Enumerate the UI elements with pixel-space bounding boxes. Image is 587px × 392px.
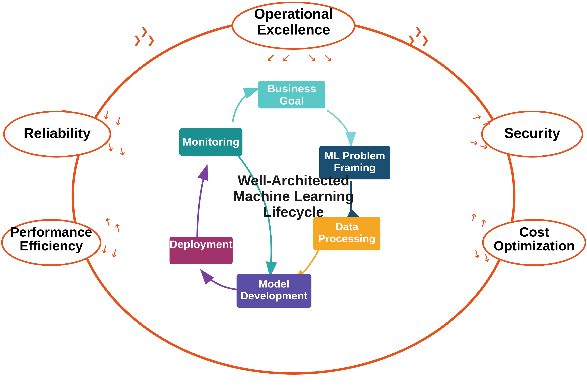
business-goal-text2: Goal	[279, 94, 304, 107]
data-processing-text2: Processing	[318, 232, 376, 244]
cost-optimization-label2: Optimization	[494, 238, 575, 253]
cost-optimization-label: Cost	[519, 224, 549, 240]
left-upper-arrow4: ↘	[115, 143, 129, 158]
model-development-text: Model	[259, 278, 289, 290]
ml-problem-text: ML Problem	[324, 150, 385, 162]
left-upper-arrow2: ↙	[111, 113, 125, 128]
performance-efficiency-label: Performance	[10, 224, 92, 240]
left-lower-arrow2: ↖	[111, 220, 125, 236]
deployment-text: Deployment	[169, 238, 233, 250]
top-right-arrow2: ↘	[323, 51, 332, 64]
svg-text:❯: ❯	[407, 34, 416, 46]
svg-text:❯: ❯	[147, 34, 155, 46]
security-label: Security	[504, 125, 560, 141]
business-goal-text: Business	[267, 82, 316, 95]
svg-text:❯: ❯	[421, 34, 430, 46]
data-processing-text: Data	[335, 221, 359, 232]
top-left-arrow: ↙	[266, 51, 275, 64]
center-title: Well-Architected	[238, 172, 350, 188]
top-right-arrow1: ↘	[308, 51, 317, 64]
operational-excellence-label2: Excellence	[257, 22, 330, 38]
reliability-label: Reliability	[24, 125, 91, 141]
diagram-container: ❯ ❯ ❯ ❯ ❯ ❯ ❯ ❯ ❯ ❯ ❯ ❯ ❯ ❯ ❯ ❯ ❯ ❯ Oper…	[0, 0, 587, 392]
performance-efficiency-label2: Efficiency	[19, 238, 83, 253]
model-development-text2: Development	[240, 290, 307, 302]
operational-excellence-label: Operational	[254, 6, 333, 22]
svg-text:❯: ❯	[133, 34, 142, 46]
left-lower-arrow4: ↙	[107, 245, 121, 260]
center-title2: Machine Learning	[233, 188, 354, 204]
ml-problem-text2: Framing	[334, 162, 376, 173]
center-title3: Lifecycle	[263, 204, 324, 220]
monitoring-text: Monitoring	[182, 136, 239, 148]
top-center-arrow: ↙	[282, 51, 291, 64]
